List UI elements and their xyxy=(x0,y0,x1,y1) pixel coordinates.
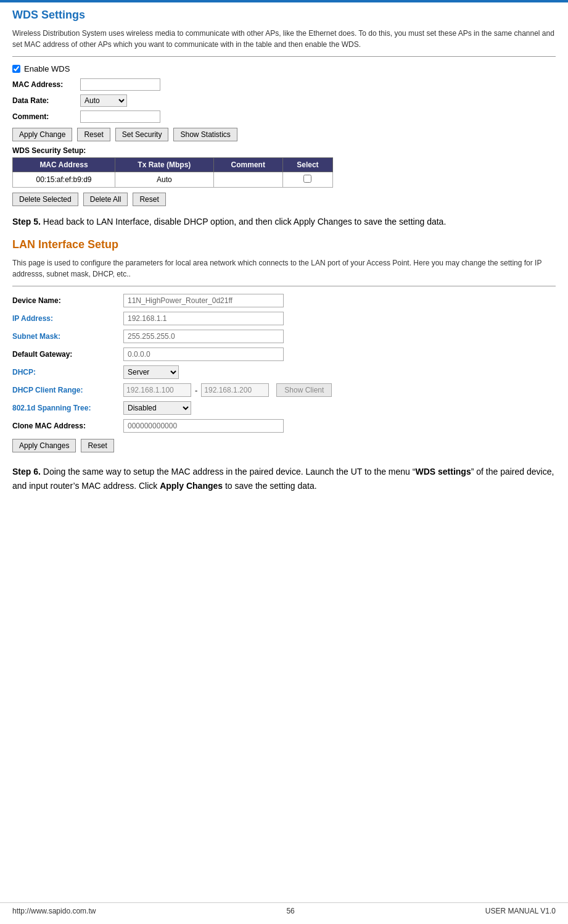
table-cell-mac: 00:15:af:ef:b9:d9 xyxy=(13,172,115,188)
device-name-row: Device Name: xyxy=(12,294,556,307)
comment-label: Comment: xyxy=(12,112,80,121)
dhcp-row: DHCP: Server Client Disabled xyxy=(12,365,556,379)
wds-title: WDS Settings xyxy=(12,9,556,22)
apply-change-button[interactable]: Apply Change xyxy=(12,128,72,141)
wds-security-label: WDS Security Setup: xyxy=(12,146,556,155)
step6-wds-settings: WDS settings xyxy=(415,467,471,477)
step5-label: Step 5. xyxy=(12,217,41,227)
subnet-mask-input[interactable] xyxy=(123,330,284,343)
clone-mac-input[interactable] xyxy=(123,419,284,433)
gateway-row: Default Gateway: xyxy=(12,348,556,361)
ip-address-row: IP Address: xyxy=(12,312,556,325)
step6-apply-changes: Apply Changes xyxy=(160,481,223,491)
lan-divider xyxy=(12,286,556,286)
step5-content: Head back to LAN Interface, disable DHCP… xyxy=(43,217,446,227)
table-cell-comment xyxy=(213,172,282,188)
delete-all-button[interactable]: Delete All xyxy=(83,193,128,206)
table-row-checkbox[interactable] xyxy=(303,175,311,183)
table-header-select: Select xyxy=(282,158,332,172)
table-header-txrate: Tx Rate (Mbps) xyxy=(115,158,213,172)
show-client-button[interactable]: Show Client xyxy=(276,383,332,397)
subnet-mask-label: Subnet Mask: xyxy=(12,332,123,341)
device-name-label: Device Name: xyxy=(12,296,123,305)
data-rate-select[interactable]: Auto 1 Mbps 2 Mbps 5.5 Mbps 11 Mbps xyxy=(80,94,127,107)
enable-wds-row: Enable WDS xyxy=(12,64,556,73)
step6-label: Step 6. xyxy=(12,467,41,477)
table-cell-txrate: Auto xyxy=(115,172,213,188)
dhcp-label: DHCP: xyxy=(12,368,123,377)
data-rate-label: Data Rate: xyxy=(12,96,80,105)
wds-table-buttons-row: Delete Selected Delete All Reset xyxy=(12,193,556,206)
table-reset-button[interactable]: Reset xyxy=(133,193,165,206)
step6-content3: to save the setting data. xyxy=(223,481,317,491)
dhcp-range-inputs: - Show Client xyxy=(123,383,332,397)
dhcp-select[interactable]: Server Client Disabled xyxy=(123,365,179,379)
gateway-input[interactable] xyxy=(123,348,284,361)
dhcp-range-from-input[interactable] xyxy=(123,383,191,397)
page-content: WDS Settings Wireless Distribution Syste… xyxy=(0,2,568,515)
dhcp-range-row: DHCP Client Range: - Show Client xyxy=(12,383,556,397)
enable-wds-checkbox[interactable] xyxy=(12,65,20,73)
subnet-mask-row: Subnet Mask: xyxy=(12,330,556,343)
mac-address-row: MAC Address: xyxy=(12,78,556,91)
wds-description: Wireless Distribution System uses wirele… xyxy=(12,28,556,50)
data-rate-row: Data Rate: Auto 1 Mbps 2 Mbps 5.5 Mbps 1… xyxy=(12,94,556,107)
wds-buttons-row: Apply Change Reset Set Security Show Sta… xyxy=(12,128,556,141)
lan-description: This page is used to configure the param… xyxy=(12,257,556,280)
step6-text: Step 6. Doing the same way to setup the … xyxy=(12,465,556,493)
reset-button[interactable]: Reset xyxy=(77,128,110,141)
lan-reset-button[interactable]: Reset xyxy=(81,439,113,452)
footer-manual: USER MANUAL V1.0 xyxy=(485,907,556,915)
table-header-mac: MAC Address xyxy=(13,158,115,172)
enable-wds-label: Enable WDS xyxy=(24,64,70,73)
spanning-tree-label: 802.1d Spanning Tree: xyxy=(12,404,123,412)
table-row: 00:15:af:ef:b9:d9 Auto xyxy=(13,172,333,188)
step6-content1: Doing the same way to setup the MAC addr… xyxy=(43,467,416,477)
spanning-tree-row: 802.1d Spanning Tree: Disabled Enabled xyxy=(12,401,556,415)
set-security-button[interactable]: Set Security xyxy=(115,128,169,141)
lan-buttons-row: Apply Changes Reset xyxy=(12,439,556,452)
spanning-tree-select[interactable]: Disabled Enabled xyxy=(123,401,191,415)
lan-title: LAN Interface Setup xyxy=(12,238,556,251)
gateway-label: Default Gateway: xyxy=(12,350,123,359)
apply-changes-button[interactable]: Apply Changes xyxy=(12,439,76,452)
mac-address-label: MAC Address: xyxy=(12,80,80,89)
device-name-input[interactable] xyxy=(123,294,284,307)
comment-row: Comment: xyxy=(12,110,556,123)
wds-security-table: MAC Address Tx Rate (Mbps) Comment Selec… xyxy=(12,157,333,188)
delete-selected-button[interactable]: Delete Selected xyxy=(12,193,78,206)
clone-mac-row: Clone MAC Address: xyxy=(12,419,556,433)
footer-page: 56 xyxy=(286,907,294,915)
dhcp-range-to-input[interactable] xyxy=(201,383,269,397)
ip-address-input[interactable] xyxy=(123,312,284,325)
mac-address-input[interactable] xyxy=(80,78,160,91)
step5-text: Step 5. Head back to LAN Interface, disa… xyxy=(12,215,556,228)
footer-url: http://www.sapido.com.tw xyxy=(12,907,96,915)
wds-divider xyxy=(12,56,556,57)
ip-address-label: IP Address: xyxy=(12,314,123,323)
show-statistics-button[interactable]: Show Statistics xyxy=(173,128,237,141)
dhcp-range-separator: - xyxy=(194,386,199,395)
table-header-comment: Comment xyxy=(213,158,282,172)
footer: http://www.sapido.com.tw 56 USER MANUAL … xyxy=(0,902,568,919)
dhcp-range-label: DHCP Client Range: xyxy=(12,386,123,394)
table-cell-select[interactable] xyxy=(282,172,332,188)
comment-input[interactable] xyxy=(80,110,160,123)
clone-mac-label: Clone MAC Address: xyxy=(12,422,123,430)
